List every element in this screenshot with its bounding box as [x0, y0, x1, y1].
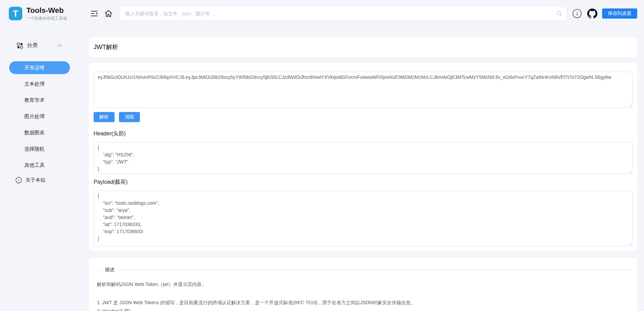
brand-text: Tools-Web 一个轻量的在线工具箱	[26, 6, 67, 21]
home-button[interactable]	[103, 8, 114, 19]
search-icon[interactable]	[556, 10, 562, 17]
description-notes: 1. JWT 是 JSON Web Tokens 的缩写，是目前最流行的跨域认证…	[94, 298, 633, 311]
jwt-token-input[interactable]: eyJhbGciOiJIUzI1NiIsInR5cCI6IkpXVCJ9.eyJ…	[94, 72, 633, 108]
description-intro: 解析和解码JSON Web Token（jwt）并显示其内容。	[94, 282, 633, 288]
description-note: 1. JWT 是 JSON Web Tokens 的缩写，是目前最流行的跨域认证…	[97, 298, 633, 307]
header-section-title: Header(头部)	[94, 130, 633, 137]
app-root: T Tools-Web 一个轻量的在线工具箱	[0, 0, 644, 311]
info-icon: i	[16, 177, 22, 183]
page-title: JWT解析	[94, 43, 118, 51]
description-divider-label: 描述	[101, 267, 119, 273]
sidebar-item-about[interactable]: i 关于本站	[0, 177, 72, 183]
save-to-desktop-button[interactable]: 保存到桌面	[602, 8, 637, 19]
jwt-header-output[interactable]: { "alg": "HS256", "typ": "JWT" }	[94, 142, 633, 174]
grid-icon	[17, 43, 23, 49]
brand[interactable]: T Tools-Web 一个轻量的在线工具箱	[0, 6, 72, 21]
header-actions: i 保存到桌面	[572, 8, 637, 19]
divider-line-left	[94, 270, 101, 270]
svg-text:i: i	[18, 178, 19, 182]
app-tagline: 一个轻量的在线工具箱	[26, 16, 67, 21]
info-icon: i	[572, 9, 582, 18]
main-content: JWT解析 eyJhbGciOiJIUzI1NiIsInR5cCI6IkpXVC…	[72, 27, 644, 311]
clear-button[interactable]: 清除	[119, 112, 140, 122]
search-bar	[120, 7, 566, 20]
github-icon	[587, 8, 597, 19]
sidebar-item-image[interactable]: 图片处理	[9, 110, 70, 123]
menu-fold-icon	[90, 9, 98, 18]
payload-section-title: Payload(载荷)	[94, 179, 633, 186]
sidebar-item-random[interactable]: 选择随机	[9, 142, 70, 155]
app-logo-icon: T	[9, 7, 22, 20]
sidebar-fold-button[interactable]	[89, 8, 100, 19]
github-link[interactable]	[587, 8, 597, 19]
about-info-button[interactable]: i	[572, 8, 583, 19]
category-list: 开发运维 文本处理 教育学术 图片处理 数据图表 选择随机 其他工具	[0, 61, 72, 172]
category-header[interactable]: 分类	[0, 42, 72, 49]
page-title-card: JWT解析	[89, 37, 637, 57]
about-label: 关于本站	[25, 177, 46, 183]
logo-letter: T	[13, 8, 18, 19]
sidebar-item-other[interactable]: 其他工具	[9, 159, 70, 172]
sidebar-item-chart[interactable]: 数据图表	[9, 126, 70, 139]
home-icon	[104, 9, 113, 18]
svg-text:i: i	[576, 11, 578, 17]
description-divider: 描述	[94, 267, 633, 273]
sidebar: 分类 开发运维 文本处理 教育学术 图片处理 数据图表 选择随机 其他工具	[0, 27, 72, 311]
description-card: 描述 解析和解码JSON Web Token（jwt）并显示其内容。 1. JW…	[89, 258, 637, 311]
app-title: Tools-Web	[26, 6, 67, 15]
sidebar-item-devops[interactable]: 开发运维	[9, 61, 70, 74]
description-note: 2. Header(头部)	[97, 307, 633, 311]
sidebar-item-text[interactable]: 文本处理	[9, 77, 70, 90]
chevron-up-icon[interactable]	[57, 44, 62, 47]
sidebar-item-education[interactable]: 教育学术	[9, 94, 70, 107]
action-buttons: 解析 清除	[94, 112, 633, 122]
jwt-payload-output[interactable]: { "iss": "tools.ranblogs.com", "sub": "a…	[94, 191, 633, 246]
top-header: T Tools-Web 一个轻量的在线工具箱	[0, 0, 644, 27]
jwt-tool-card: eyJhbGciOiJIUzI1NiIsInR5cCI6IkpXVCJ9.eyJ…	[89, 63, 637, 251]
category-label: 分类	[27, 42, 38, 49]
search-input[interactable]	[125, 11, 556, 16]
divider-line-right	[119, 270, 633, 270]
parse-button[interactable]: 解析	[94, 112, 115, 122]
